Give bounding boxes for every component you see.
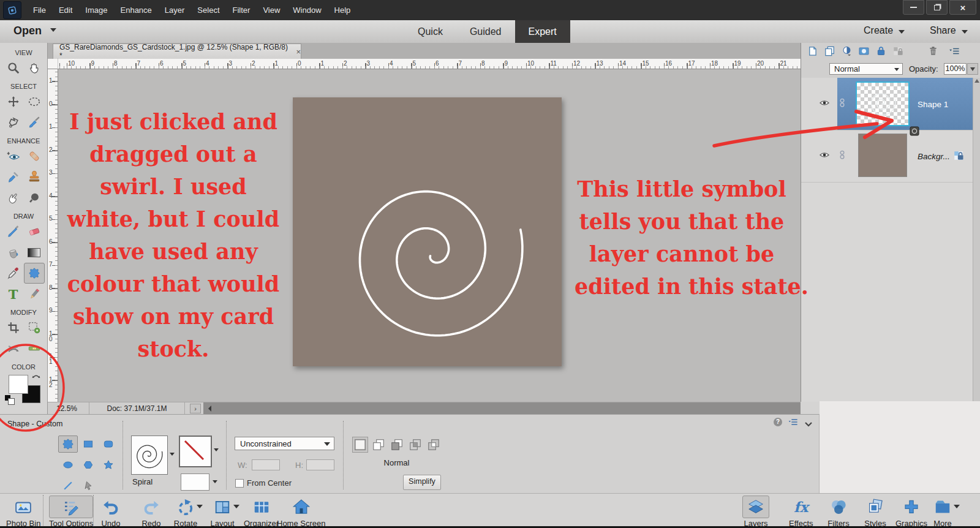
link-layer-icon[interactable] bbox=[838, 149, 847, 164]
zoom-level[interactable]: 12.5% bbox=[56, 402, 77, 415]
selection-brush-tool[interactable] bbox=[24, 112, 45, 133]
duplicate-layer-icon[interactable] bbox=[824, 45, 835, 57]
taskbar-filters[interactable]: Filters bbox=[826, 496, 851, 528]
taskbar-more[interactable]: More bbox=[930, 496, 956, 528]
menu-file[interactable]: File bbox=[31, 4, 48, 17]
eyedropper-tool[interactable] bbox=[3, 263, 24, 284]
shape-tool[interactable] bbox=[24, 263, 45, 284]
custom-shape-button[interactable] bbox=[58, 436, 78, 453]
minimize-button[interactable] bbox=[903, 0, 924, 15]
status-expand-button[interactable]: › bbox=[190, 404, 201, 413]
dropdown-arrow-icon[interactable] bbox=[197, 505, 203, 508]
taskbar-effects[interactable]: fxEffects bbox=[789, 496, 813, 528]
taskbar-tool-options[interactable]: Tool Options bbox=[49, 496, 93, 528]
tab-expert[interactable]: Expert bbox=[515, 20, 570, 43]
close-button[interactable]: × bbox=[949, 0, 976, 15]
link-layer-icon[interactable] bbox=[838, 97, 847, 111]
zoom-tool[interactable] bbox=[3, 58, 24, 78]
lock-all-icon[interactable] bbox=[875, 45, 887, 57]
menu-help[interactable]: Help bbox=[333, 4, 353, 17]
custom-shape-preview[interactable] bbox=[131, 436, 168, 475]
create-button[interactable]: Create bbox=[864, 25, 905, 36]
default-colors-icon-front[interactable] bbox=[8, 398, 15, 405]
layer-row-shape1[interactable]: Shape 1 bbox=[801, 78, 980, 130]
menu-edit[interactable]: Edit bbox=[57, 4, 74, 17]
width-input[interactable] bbox=[252, 459, 280, 470]
smart-brush-tool[interactable] bbox=[3, 167, 24, 187]
style-swatch[interactable] bbox=[179, 436, 212, 467]
gradient-tool[interactable] bbox=[24, 242, 45, 263]
lock-transparent-icon[interactable] bbox=[892, 45, 904, 57]
combine-option-4[interactable] bbox=[407, 437, 423, 453]
star-shape-button[interactable] bbox=[99, 456, 118, 473]
layers-scrollbar[interactable] bbox=[973, 78, 980, 402]
healing-brush-tool[interactable] bbox=[24, 146, 45, 167]
doc-size-info[interactable]: Doc: 37.1M/37.1M bbox=[89, 402, 185, 415]
from-center-checkbox[interactable] bbox=[235, 479, 244, 488]
eraser-tool[interactable] bbox=[24, 221, 45, 242]
adjustment-layer-icon[interactable] bbox=[841, 45, 853, 57]
lasso-tool[interactable] bbox=[3, 112, 24, 133]
size-mode-select[interactable]: Unconstrained bbox=[235, 437, 334, 450]
line-shape-button[interactable] bbox=[58, 477, 78, 494]
menu-image[interactable]: Image bbox=[83, 4, 109, 17]
height-input[interactable] bbox=[306, 459, 334, 470]
ellipse-shape-button[interactable] bbox=[58, 456, 78, 473]
rectangle-shape-button[interactable] bbox=[78, 436, 98, 453]
layer-name[interactable]: Backgr... bbox=[918, 152, 950, 161]
menu-filter[interactable]: Filter bbox=[231, 4, 252, 17]
combine-option-1[interactable] bbox=[352, 437, 368, 453]
clone-stamp-tool[interactable] bbox=[24, 167, 45, 187]
menu-select[interactable]: Select bbox=[195, 4, 221, 17]
blend-mode-select[interactable]: Normal bbox=[829, 63, 903, 75]
recompose-tool[interactable] bbox=[24, 317, 45, 338]
opacity-dropdown-button[interactable] bbox=[967, 63, 978, 75]
shape-selection-button[interactable] bbox=[78, 477, 98, 494]
shape-color-swatch[interactable] bbox=[181, 473, 209, 491]
layer-row-background[interactable]: Backgr... bbox=[801, 130, 980, 183]
swap-colors-icon[interactable] bbox=[32, 374, 40, 385]
taskbar-redo[interactable]: Redo bbox=[138, 496, 164, 528]
color-swatches[interactable] bbox=[0, 365, 48, 402]
content-move-tool[interactable] bbox=[3, 338, 24, 359]
layer-thumbnail-shape1[interactable] bbox=[857, 83, 908, 125]
red-eye-tool[interactable] bbox=[3, 146, 24, 167]
layer-thumbnail-background[interactable] bbox=[858, 134, 907, 177]
opacity-value[interactable]: 100% bbox=[944, 63, 967, 75]
rounded-rect-shape-button[interactable] bbox=[99, 436, 118, 453]
menu-view[interactable]: View bbox=[261, 4, 282, 17]
taskbar-undo[interactable]: Undo bbox=[98, 496, 124, 528]
layer-name[interactable]: Shape 1 bbox=[918, 99, 948, 108]
taskbar-styles[interactable]: Styles bbox=[862, 496, 888, 528]
tab-quick[interactable]: Quick bbox=[404, 20, 456, 43]
paint-bucket-tool[interactable] bbox=[3, 242, 24, 263]
dropdown-arrow-icon[interactable] bbox=[233, 505, 239, 508]
dropdown-arrow-icon[interactable] bbox=[954, 505, 960, 508]
layer-mask-icon[interactable] bbox=[858, 45, 870, 57]
shape-picker-dropdown-icon[interactable] bbox=[170, 453, 175, 456]
restore-button[interactable] bbox=[926, 0, 948, 15]
color-dropdown-icon[interactable] bbox=[213, 480, 217, 483]
taskbar-layout[interactable]: Layout bbox=[209, 496, 235, 528]
crop-tool[interactable] bbox=[3, 317, 24, 338]
new-layer-icon[interactable] bbox=[807, 45, 818, 57]
taskbar-home-screen[interactable]: Home Screen bbox=[277, 496, 325, 528]
tool-options-menu-icon[interactable] bbox=[788, 418, 798, 429]
taskbar-photo-bin[interactable]: Photo Bin bbox=[6, 496, 40, 528]
simplify-button[interactable]: Simplify bbox=[403, 475, 441, 490]
combine-option-3[interactable] bbox=[389, 437, 405, 453]
blur-tool[interactable] bbox=[24, 187, 45, 208]
delete-layer-icon[interactable] bbox=[927, 45, 939, 57]
pencil-tool[interactable] bbox=[24, 284, 45, 304]
type-tool[interactable]: T bbox=[3, 284, 24, 304]
document-canvas[interactable] bbox=[293, 97, 562, 366]
menu-layer[interactable]: Layer bbox=[163, 4, 187, 17]
foreground-color-swatch[interactable] bbox=[9, 375, 28, 394]
polygon-shape-button[interactable] bbox=[78, 456, 98, 473]
help-icon[interactable]: ? bbox=[774, 418, 782, 426]
taskbar-organizer[interactable]: Organizer bbox=[244, 496, 279, 528]
tab-guided[interactable]: Guided bbox=[456, 20, 515, 43]
panel-menu-icon[interactable] bbox=[949, 45, 960, 57]
hand-tool[interactable] bbox=[24, 58, 45, 78]
straighten-tool[interactable] bbox=[24, 338, 45, 359]
